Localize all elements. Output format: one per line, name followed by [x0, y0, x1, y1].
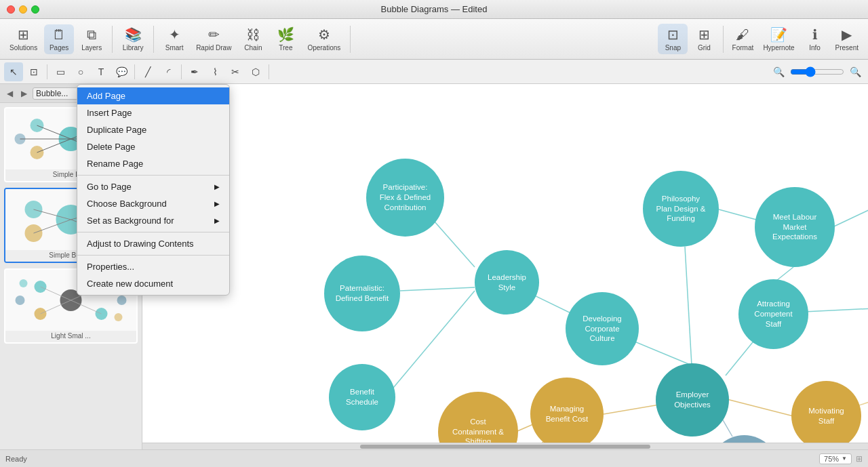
toolbar-hypernote[interactable]: 📝 Hypernote: [759, 24, 798, 54]
svg-line-42: [727, 399, 793, 416]
menu-insert-page-label: Insert Page: [87, 108, 132, 118]
bubble-benefit-schedule[interactable]: BenefitSchedule: [329, 364, 395, 430]
library-icon: 📚: [125, 26, 142, 43]
menu-set-as-background-for[interactable]: Set as Background for ▶: [77, 212, 229, 229]
menu-choose-background[interactable]: Choose Background ▶: [77, 195, 229, 212]
transform-tool[interactable]: ⊡: [24, 62, 43, 81]
zoom-dropdown-arrow[interactable]: ▼: [842, 455, 847, 462]
tool-sep-4: [269, 64, 269, 79]
toolbar-sep-1: [112, 26, 113, 53]
toolbar-tree[interactable]: 🌿 Tree: [271, 24, 300, 54]
toolbar-grid[interactable]: ⊞ Grid: [689, 24, 719, 54]
toolbar-present[interactable]: ▶ Present: [831, 24, 863, 54]
callout-tool[interactable]: 💬: [112, 62, 131, 81]
minimize-button[interactable]: [19, 5, 27, 14]
rect-tool[interactable]: ▭: [51, 62, 70, 81]
toolbar-sep-4: [723, 26, 724, 53]
toolbar-pages[interactable]: 🗒 Pages: [44, 24, 74, 54]
tool-sep-2: [134, 64, 135, 79]
bubble-employer-objectives[interactable]: EmployerObjectives: [656, 363, 729, 436]
bubble-developing[interactable]: DevelopingCorporateCulture: [566, 292, 639, 365]
info-icon: ℹ: [812, 26, 818, 43]
toolbar-sep-3: [350, 26, 351, 53]
bubble-leadership[interactable]: LeadershipStyle: [475, 250, 539, 314]
drawing-toolbar: ↖ ⊡ ▭ ○ T 💬 ╱ ◜ ✒ ⌇ ✂ ⬡ 🔍 🔍: [0, 60, 868, 84]
shape-tool[interactable]: ⬡: [246, 62, 265, 81]
pen-tool[interactable]: ✒: [185, 62, 204, 81]
titlebar: Bubble Diagrams — Edited: [0, 0, 868, 19]
toolbar-snap[interactable]: ⊡ Snap: [658, 24, 688, 54]
menu-properties[interactable]: Properties...: [77, 258, 229, 275]
svg-line-51: [834, 196, 868, 226]
menu-go-to-page[interactable]: Go to Page ▶: [77, 178, 229, 195]
smart-icon: ✦: [169, 26, 180, 43]
pages-icon: 🗒: [52, 27, 66, 43]
menu-rename-page[interactable]: Rename Page: [77, 155, 229, 172]
menu-delete-page[interactable]: Delete Page: [77, 138, 229, 155]
operations-label: Operations: [307, 44, 340, 52]
solutions-icon: ⊞: [18, 26, 29, 43]
menu-add-page[interactable]: Add Page: [77, 87, 229, 104]
bubble-motivating[interactable]: MotivatingStaff: [791, 381, 861, 449]
traffic-lights: [7, 5, 39, 14]
toolbar-sep-2: [153, 26, 154, 53]
smart-label: Smart: [165, 44, 184, 52]
text-tool[interactable]: T: [92, 62, 111, 81]
svg-line-52: [776, 267, 793, 281]
status-text: Ready: [5, 455, 27, 463]
scrollbar-h-thumb[interactable]: [360, 445, 650, 449]
menu-go-to-page-label: Go to Page: [87, 182, 132, 192]
present-label: Present: [835, 44, 859, 52]
operations-icon: ⚙: [318, 26, 330, 43]
close-button[interactable]: [7, 5, 15, 14]
toolbar-library[interactable]: 📚 Library: [118, 24, 148, 54]
toolbar-operations[interactable]: ⚙ Operations: [303, 24, 344, 54]
tool-sep-1: [47, 64, 47, 79]
toolbar-info[interactable]: ℹ Info: [800, 24, 830, 54]
circle-tool[interactable]: ○: [71, 62, 90, 81]
solutions-label: Solutions: [9, 44, 37, 52]
canvas[interactable]: LeadershipStyle Participative:Flex & Def…: [142, 84, 868, 449]
menu-create-new-doc[interactable]: Create new document: [77, 275, 229, 292]
bubble-cost-containment[interactable]: CostContainment &Shifting: [438, 392, 518, 449]
line-tool[interactable]: ╱: [138, 62, 157, 81]
toolbar-chain[interactable]: ⛓ Chain: [238, 24, 268, 54]
zoom-slider[interactable]: [790, 66, 844, 77]
menu-duplicate-page[interactable]: Duplicate Page: [77, 121, 229, 138]
menu-set-as-background-label: Set as Background for: [87, 216, 174, 226]
path-tool[interactable]: ⌇: [205, 62, 224, 81]
zoom-control[interactable]: 75% ▼: [819, 453, 852, 464]
bubble-attracting[interactable]: AttractingCompetentStaff: [738, 279, 808, 349]
toolbar-smart[interactable]: ✦ Smart: [159, 24, 189, 54]
select-tool[interactable]: ↖: [4, 62, 23, 81]
nav-prev-arrow[interactable]: ◀: [4, 87, 16, 100]
toolbar-layers[interactable]: ⧉ Layers: [77, 24, 106, 54]
svg-line-38: [387, 291, 475, 396]
toolbar-solutions[interactable]: ⊞ Solutions: [5, 24, 41, 54]
toolbar-rapid-draw[interactable]: ✏ Rapid Draw: [192, 24, 235, 54]
nav-next-arrow[interactable]: ▶: [18, 87, 30, 100]
menu-insert-page[interactable]: Insert Page: [77, 104, 229, 121]
layers-label: Layers: [81, 44, 102, 52]
menu-adjust-drawing[interactable]: Adjust to Drawing Contents: [77, 235, 229, 252]
pages-label: Pages: [50, 44, 68, 52]
zoom-value: 75%: [824, 455, 839, 463]
zoom-minus-icon[interactable]: 🔍: [770, 65, 787, 79]
statusbar: Ready 75% ▼ ⊞: [0, 449, 868, 467]
resize-handle[interactable]: ⊞: [856, 454, 863, 464]
bubble-participative[interactable]: Participative:Flex & DefinedContribution: [366, 159, 444, 237]
bubble-philosophy[interactable]: PhilosophyPlan Design &Funding: [643, 171, 719, 247]
horizontal-scrollbar[interactable]: [142, 443, 868, 449]
zoom-plus-icon[interactable]: 🔍: [847, 65, 864, 79]
hypernote-icon: 📝: [770, 26, 787, 43]
bubble-meet-labour[interactable]: Meet LabourMarketExpectations: [755, 187, 835, 267]
window-title: Bubble Diagrams — Edited: [381, 4, 488, 14]
toolbar-format[interactable]: 🖌 Format: [728, 24, 757, 54]
bubble-managing-benefit[interactable]: ManagingBenefit Cost: [530, 378, 604, 449]
bubble-paternalistic[interactable]: Paternalistic:Defined Benefit: [324, 256, 400, 331]
maximize-button[interactable]: [31, 5, 39, 14]
scissors-tool[interactable]: ✂: [226, 62, 245, 81]
arc-tool[interactable]: ◜: [159, 62, 178, 81]
tree-label: Tree: [279, 44, 292, 52]
snap-label: Snap: [665, 44, 681, 52]
